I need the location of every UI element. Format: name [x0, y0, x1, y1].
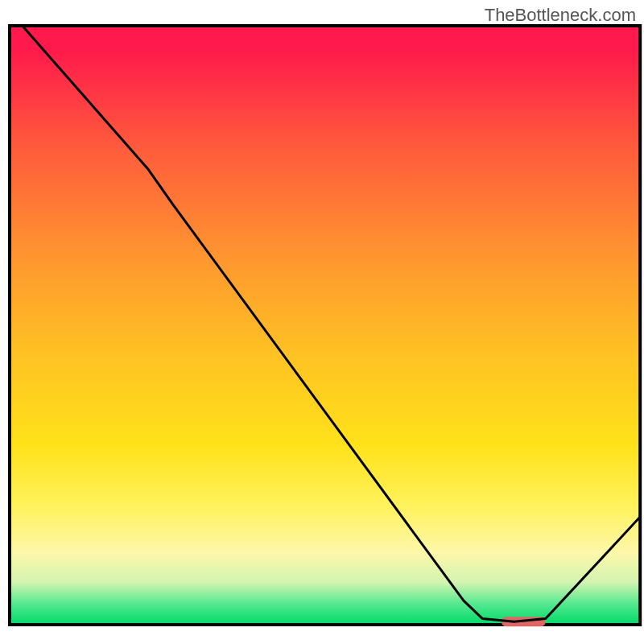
gradient-background — [10, 26, 640, 625]
chart-svg — [0, 0, 644, 644]
bottleneck-chart: TheBottleneck.com — [0, 0, 644, 644]
